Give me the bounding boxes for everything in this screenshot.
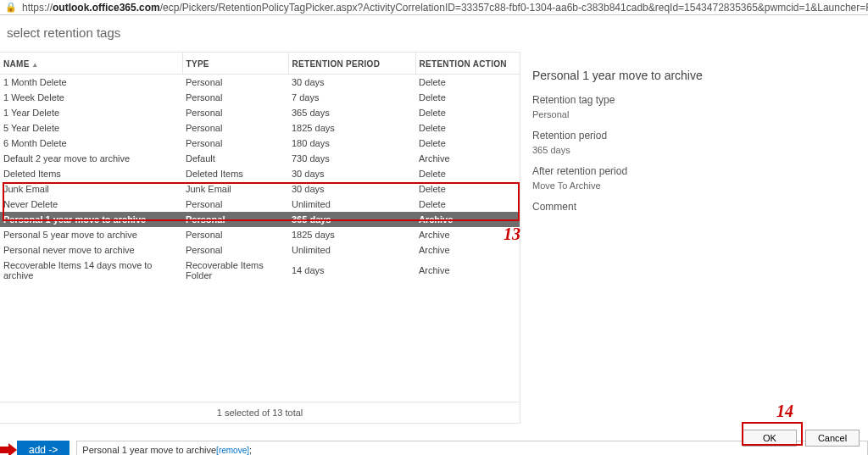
cell-type: Personal bbox=[182, 90, 288, 105]
annotation-14: 14 bbox=[776, 402, 793, 421]
cell-name: Personal 5 year move to archive bbox=[0, 227, 182, 242]
cell-name: Personal 1 year move to archive bbox=[0, 212, 182, 227]
table-row[interactable]: 1 Month DeletePersonal30 daysDelete bbox=[0, 75, 520, 91]
cell-period: 30 days bbox=[288, 75, 415, 91]
cell-name: 6 Month Delete bbox=[0, 136, 182, 151]
cell-type: Default bbox=[182, 151, 288, 166]
cell-period: 1825 days bbox=[288, 120, 415, 136]
cell-period: Unlimited bbox=[288, 242, 415, 258]
svg-marker-0 bbox=[0, 443, 17, 455]
address-bar[interactable]: 🔒 https://outlook.office365.com/ecp/Pick… bbox=[0, 0, 868, 15]
table-row[interactable]: Deleted ItemsDeleted Items30 daysDelete bbox=[0, 166, 520, 181]
cell-period: 365 days bbox=[288, 212, 415, 227]
cell-type: Recoverable Items Folder bbox=[182, 258, 288, 283]
cell-name: Deleted Items bbox=[0, 166, 182, 181]
lock-icon: 🔒 bbox=[5, 2, 17, 13]
cell-action: Delete bbox=[415, 197, 520, 212]
cell-period: 180 days bbox=[288, 136, 415, 151]
table-row[interactable]: Never DeletePersonalUnlimitedDelete bbox=[0, 197, 520, 212]
table-row[interactable]: Personal 5 year move to archivePersonal1… bbox=[0, 227, 520, 242]
cell-action: Delete bbox=[415, 75, 520, 91]
details-panel: Personal 1 year move to archive Retentio… bbox=[520, 52, 868, 424]
cell-action: Archive bbox=[415, 242, 520, 258]
cell-type: Junk Email bbox=[182, 181, 288, 197]
cell-action: Delete bbox=[415, 136, 520, 151]
col-header-name[interactable]: NAME bbox=[0, 53, 182, 75]
cell-type: Deleted Items bbox=[182, 166, 288, 181]
arrow-right-icon bbox=[0, 441, 17, 455]
table-row[interactable]: Junk EmailJunk Email30 daysDelete bbox=[0, 181, 520, 197]
cell-action: Delete bbox=[415, 120, 520, 136]
col-header-type[interactable]: TYPE bbox=[182, 53, 288, 75]
add-button[interactable]: add -> bbox=[17, 441, 70, 455]
label-comment: Comment bbox=[532, 201, 860, 213]
cell-type: Personal bbox=[182, 105, 288, 120]
cell-period: 30 days bbox=[288, 166, 415, 181]
cell-period: 365 days bbox=[288, 105, 415, 120]
table-row[interactable]: 1 Week DeletePersonal7 daysDelete bbox=[0, 90, 520, 105]
cell-name: Default 2 year move to archive bbox=[0, 151, 182, 166]
cell-action: Delete bbox=[415, 166, 520, 181]
annotation-13: 13 bbox=[504, 225, 520, 244]
cell-name: Never Delete bbox=[0, 197, 182, 212]
table-row[interactable]: Personal 1 year move to archivePersonal3… bbox=[0, 212, 520, 227]
cell-type: Personal bbox=[182, 212, 288, 227]
label-period: Retention period bbox=[532, 130, 860, 141]
added-item-text: Personal 1 year move to archive bbox=[82, 445, 216, 455]
cell-period: 7 days bbox=[288, 90, 415, 105]
cell-action: Delete bbox=[415, 105, 520, 120]
cell-type: Personal bbox=[182, 227, 288, 242]
cell-type: Personal bbox=[182, 136, 288, 151]
table-row[interactable]: Recoverable Items 14 days move to archiv… bbox=[0, 258, 520, 283]
value-after-period: Move To Archive bbox=[532, 180, 860, 191]
cell-name: 1 Year Delete bbox=[0, 105, 182, 120]
label-after-period: After retention period bbox=[532, 165, 860, 177]
cell-action: Delete bbox=[415, 181, 520, 197]
cell-type: Personal bbox=[182, 120, 288, 136]
selection-status: 1 selected of 13 total bbox=[0, 402, 520, 424]
table-row[interactable]: 6 Month DeletePersonal180 daysDelete bbox=[0, 136, 520, 151]
cell-action: Delete bbox=[415, 90, 520, 105]
cancel-button[interactable]: Cancel bbox=[805, 430, 860, 447]
cell-period: 730 days bbox=[288, 151, 415, 166]
ok-button[interactable]: OK bbox=[743, 430, 797, 447]
details-heading: Personal 1 year move to archive bbox=[532, 69, 860, 82]
table-row[interactable]: Personal never move to archivePersonalUn… bbox=[0, 242, 520, 258]
cell-name: Recoverable Items 14 days move to archiv… bbox=[0, 258, 182, 283]
table-row[interactable]: Default 2 year move to archiveDefault730… bbox=[0, 151, 520, 166]
label-tag-type: Retention tag type bbox=[532, 94, 860, 106]
cell-name: Personal never move to archive bbox=[0, 242, 182, 258]
url-text: https://outlook.office365.com/ecp/Picker… bbox=[22, 2, 868, 14]
cell-name: Junk Email bbox=[0, 181, 182, 197]
value-period: 365 days bbox=[532, 145, 860, 155]
retention-tags-table: NAME TYPE RETENTION PERIOD RETENTION ACT… bbox=[0, 52, 520, 283]
cell-name: 1 Week Delete bbox=[0, 90, 182, 105]
cell-name: 5 Year Delete bbox=[0, 120, 182, 136]
remove-link[interactable]: [remove] bbox=[216, 446, 249, 455]
cell-period: 14 days bbox=[288, 258, 415, 283]
cell-type: Personal bbox=[182, 242, 288, 258]
col-header-action[interactable]: RETENTION ACTION bbox=[415, 53, 520, 75]
cell-type: Personal bbox=[182, 75, 288, 91]
cell-period: 1825 days bbox=[288, 227, 415, 242]
cell-name: 1 Month Delete bbox=[0, 75, 182, 91]
col-header-period[interactable]: RETENTION PERIOD bbox=[288, 53, 415, 75]
cell-period: Unlimited bbox=[288, 197, 415, 212]
page-title: select retention tags bbox=[0, 15, 868, 52]
cell-type: Personal bbox=[182, 197, 288, 212]
cell-period: 30 days bbox=[288, 181, 415, 197]
value-tag-type: Personal bbox=[532, 109, 860, 119]
cell-action: Archive bbox=[415, 258, 520, 283]
cell-action: Archive bbox=[415, 151, 520, 166]
table-row[interactable]: 5 Year DeletePersonal1825 daysDelete bbox=[0, 120, 520, 136]
table-row[interactable]: 1 Year DeletePersonal365 daysDelete bbox=[0, 105, 520, 120]
